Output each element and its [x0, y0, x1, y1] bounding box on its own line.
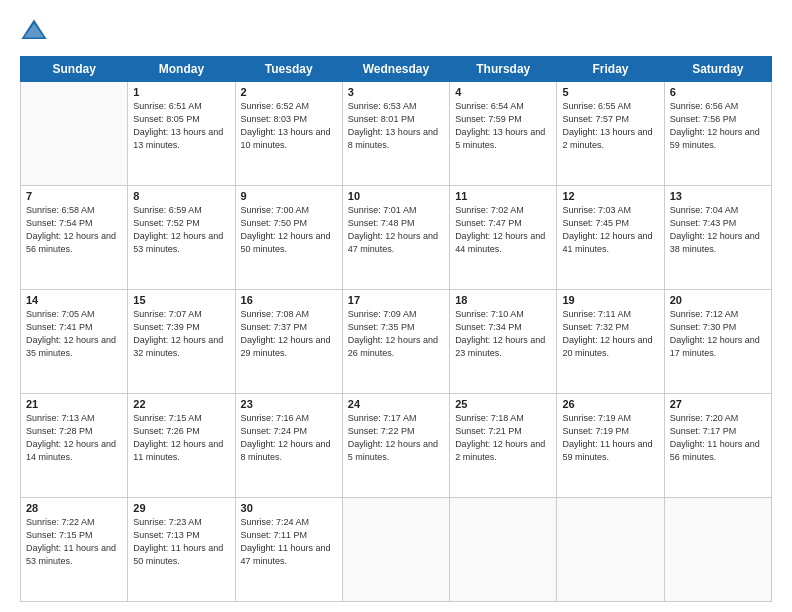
day-info: Sunrise: 7:20 AMSunset: 7:17 PMDaylight:…: [670, 412, 766, 464]
calendar-cell: 18Sunrise: 7:10 AMSunset: 7:34 PMDayligh…: [450, 290, 557, 394]
calendar-cell: 19Sunrise: 7:11 AMSunset: 7:32 PMDayligh…: [557, 290, 664, 394]
day-number: 29: [133, 502, 229, 514]
calendar-week-4: 28Sunrise: 7:22 AMSunset: 7:15 PMDayligh…: [21, 498, 772, 602]
day-info: Sunrise: 6:52 AMSunset: 8:03 PMDaylight:…: [241, 100, 337, 152]
day-number: 30: [241, 502, 337, 514]
day-info: Sunrise: 7:09 AMSunset: 7:35 PMDaylight:…: [348, 308, 444, 360]
calendar-cell: 24Sunrise: 7:17 AMSunset: 7:22 PMDayligh…: [342, 394, 449, 498]
calendar-table: SundayMondayTuesdayWednesdayThursdayFrid…: [20, 56, 772, 602]
calendar-cell: [21, 82, 128, 186]
day-info: Sunrise: 7:05 AMSunset: 7:41 PMDaylight:…: [26, 308, 122, 360]
day-number: 15: [133, 294, 229, 306]
calendar-cell: 21Sunrise: 7:13 AMSunset: 7:28 PMDayligh…: [21, 394, 128, 498]
day-number: 17: [348, 294, 444, 306]
day-info: Sunrise: 7:01 AMSunset: 7:48 PMDaylight:…: [348, 204, 444, 256]
day-number: 18: [455, 294, 551, 306]
day-info: Sunrise: 7:00 AMSunset: 7:50 PMDaylight:…: [241, 204, 337, 256]
calendar-cell: 23Sunrise: 7:16 AMSunset: 7:24 PMDayligh…: [235, 394, 342, 498]
day-number: 12: [562, 190, 658, 202]
day-number: 23: [241, 398, 337, 410]
calendar-cell: [342, 498, 449, 602]
day-info: Sunrise: 7:16 AMSunset: 7:24 PMDaylight:…: [241, 412, 337, 464]
day-number: 8: [133, 190, 229, 202]
calendar-cell: 28Sunrise: 7:22 AMSunset: 7:15 PMDayligh…: [21, 498, 128, 602]
calendar-cell: 20Sunrise: 7:12 AMSunset: 7:30 PMDayligh…: [664, 290, 771, 394]
day-info: Sunrise: 7:04 AMSunset: 7:43 PMDaylight:…: [670, 204, 766, 256]
day-number: 1: [133, 86, 229, 98]
day-info: Sunrise: 7:11 AMSunset: 7:32 PMDaylight:…: [562, 308, 658, 360]
calendar-cell: [450, 498, 557, 602]
day-info: Sunrise: 7:19 AMSunset: 7:19 PMDaylight:…: [562, 412, 658, 464]
calendar-cell: 8Sunrise: 6:59 AMSunset: 7:52 PMDaylight…: [128, 186, 235, 290]
day-number: 26: [562, 398, 658, 410]
day-info: Sunrise: 6:58 AMSunset: 7:54 PMDaylight:…: [26, 204, 122, 256]
day-number: 4: [455, 86, 551, 98]
calendar-cell: 13Sunrise: 7:04 AMSunset: 7:43 PMDayligh…: [664, 186, 771, 290]
calendar-header-thursday: Thursday: [450, 57, 557, 82]
day-info: Sunrise: 7:23 AMSunset: 7:13 PMDaylight:…: [133, 516, 229, 568]
calendar-cell: 2Sunrise: 6:52 AMSunset: 8:03 PMDaylight…: [235, 82, 342, 186]
calendar-cell: 6Sunrise: 6:56 AMSunset: 7:56 PMDaylight…: [664, 82, 771, 186]
day-info: Sunrise: 7:22 AMSunset: 7:15 PMDaylight:…: [26, 516, 122, 568]
day-info: Sunrise: 7:13 AMSunset: 7:28 PMDaylight:…: [26, 412, 122, 464]
calendar-cell: 27Sunrise: 7:20 AMSunset: 7:17 PMDayligh…: [664, 394, 771, 498]
calendar-cell: [664, 498, 771, 602]
page: SundayMondayTuesdayWednesdayThursdayFrid…: [0, 0, 792, 612]
calendar-header-wednesday: Wednesday: [342, 57, 449, 82]
day-info: Sunrise: 7:17 AMSunset: 7:22 PMDaylight:…: [348, 412, 444, 464]
day-info: Sunrise: 6:55 AMSunset: 7:57 PMDaylight:…: [562, 100, 658, 152]
day-number: 9: [241, 190, 337, 202]
calendar-header-tuesday: Tuesday: [235, 57, 342, 82]
day-number: 16: [241, 294, 337, 306]
calendar-header-saturday: Saturday: [664, 57, 771, 82]
day-number: 7: [26, 190, 122, 202]
day-number: 20: [670, 294, 766, 306]
calendar-cell: 4Sunrise: 6:54 AMSunset: 7:59 PMDaylight…: [450, 82, 557, 186]
calendar-cell: 15Sunrise: 7:07 AMSunset: 7:39 PMDayligh…: [128, 290, 235, 394]
day-number: 3: [348, 86, 444, 98]
calendar-header-sunday: Sunday: [21, 57, 128, 82]
calendar-cell: 3Sunrise: 6:53 AMSunset: 8:01 PMDaylight…: [342, 82, 449, 186]
calendar-cell: 26Sunrise: 7:19 AMSunset: 7:19 PMDayligh…: [557, 394, 664, 498]
calendar-cell: 11Sunrise: 7:02 AMSunset: 7:47 PMDayligh…: [450, 186, 557, 290]
day-number: 22: [133, 398, 229, 410]
day-number: 5: [562, 86, 658, 98]
calendar-week-0: 1Sunrise: 6:51 AMSunset: 8:05 PMDaylight…: [21, 82, 772, 186]
day-info: Sunrise: 7:24 AMSunset: 7:11 PMDaylight:…: [241, 516, 337, 568]
calendar-cell: 17Sunrise: 7:09 AMSunset: 7:35 PMDayligh…: [342, 290, 449, 394]
day-number: 2: [241, 86, 337, 98]
day-number: 11: [455, 190, 551, 202]
day-number: 24: [348, 398, 444, 410]
calendar-header-friday: Friday: [557, 57, 664, 82]
header: [20, 18, 772, 46]
day-info: Sunrise: 7:15 AMSunset: 7:26 PMDaylight:…: [133, 412, 229, 464]
day-info: Sunrise: 6:56 AMSunset: 7:56 PMDaylight:…: [670, 100, 766, 152]
calendar-cell: 14Sunrise: 7:05 AMSunset: 7:41 PMDayligh…: [21, 290, 128, 394]
calendar-cell: 25Sunrise: 7:18 AMSunset: 7:21 PMDayligh…: [450, 394, 557, 498]
day-number: 10: [348, 190, 444, 202]
calendar-cell: 29Sunrise: 7:23 AMSunset: 7:13 PMDayligh…: [128, 498, 235, 602]
calendar-week-1: 7Sunrise: 6:58 AMSunset: 7:54 PMDaylight…: [21, 186, 772, 290]
calendar-cell: 7Sunrise: 6:58 AMSunset: 7:54 PMDaylight…: [21, 186, 128, 290]
logo-icon: [20, 18, 48, 46]
calendar-cell: 10Sunrise: 7:01 AMSunset: 7:48 PMDayligh…: [342, 186, 449, 290]
calendar-cell: 12Sunrise: 7:03 AMSunset: 7:45 PMDayligh…: [557, 186, 664, 290]
day-info: Sunrise: 7:07 AMSunset: 7:39 PMDaylight:…: [133, 308, 229, 360]
day-info: Sunrise: 6:51 AMSunset: 8:05 PMDaylight:…: [133, 100, 229, 152]
day-info: Sunrise: 7:02 AMSunset: 7:47 PMDaylight:…: [455, 204, 551, 256]
day-number: 13: [670, 190, 766, 202]
day-info: Sunrise: 7:12 AMSunset: 7:30 PMDaylight:…: [670, 308, 766, 360]
calendar-cell: 16Sunrise: 7:08 AMSunset: 7:37 PMDayligh…: [235, 290, 342, 394]
day-info: Sunrise: 7:03 AMSunset: 7:45 PMDaylight:…: [562, 204, 658, 256]
day-number: 21: [26, 398, 122, 410]
calendar-cell: 30Sunrise: 7:24 AMSunset: 7:11 PMDayligh…: [235, 498, 342, 602]
day-info: Sunrise: 6:54 AMSunset: 7:59 PMDaylight:…: [455, 100, 551, 152]
day-info: Sunrise: 7:08 AMSunset: 7:37 PMDaylight:…: [241, 308, 337, 360]
day-number: 27: [670, 398, 766, 410]
day-number: 25: [455, 398, 551, 410]
day-number: 19: [562, 294, 658, 306]
calendar-week-3: 21Sunrise: 7:13 AMSunset: 7:28 PMDayligh…: [21, 394, 772, 498]
calendar-cell: 9Sunrise: 7:00 AMSunset: 7:50 PMDaylight…: [235, 186, 342, 290]
day-info: Sunrise: 6:53 AMSunset: 8:01 PMDaylight:…: [348, 100, 444, 152]
calendar-week-2: 14Sunrise: 7:05 AMSunset: 7:41 PMDayligh…: [21, 290, 772, 394]
